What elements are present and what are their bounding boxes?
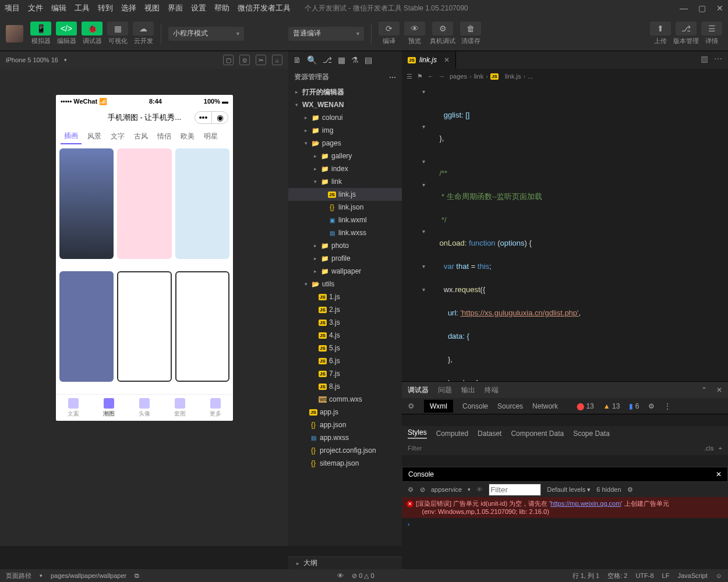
menu-wechat-devtools[interactable]: 微信开发者工具 <box>238 3 291 13</box>
tab-classic[interactable]: 古风 <box>130 129 151 144</box>
status-stats[interactable]: ⊘ 0 △ 0 <box>352 572 374 580</box>
compile-mode-dropdown[interactable]: 普通编译▾ <box>288 27 364 41</box>
tree-file-projectconfig[interactable]: {}project.config.json <box>288 444 402 457</box>
explorer-more-icon[interactable]: ⋯ <box>389 73 396 81</box>
wallpaper-thumb[interactable] <box>175 271 229 382</box>
compile-icon[interactable]: ⟳ <box>379 22 400 36</box>
page-path[interactable]: pages/wallpaper/wallpaper <box>51 572 126 579</box>
console-inspect-icon[interactable]: ⯐ <box>408 486 414 493</box>
remote-debug-icon[interactable]: ⚙ <box>432 22 453 36</box>
tree-file-1js[interactable]: JS1.js <box>288 290 402 303</box>
explorer-branch-icon[interactable]: ⎇ <box>323 55 332 65</box>
wallpaper-thumb[interactable] <box>175 148 229 259</box>
menu-file[interactable]: 文件 <box>28 3 43 13</box>
window-minimize-icon[interactable]: — <box>680 3 688 13</box>
computed-tab[interactable]: Computed <box>436 430 468 438</box>
menu-settings[interactable]: 设置 <box>191 3 206 13</box>
nav-avatar[interactable]: 头像 <box>139 398 150 418</box>
feedback-icon[interactable]: ☺ <box>716 572 722 579</box>
tree-folder-pages[interactable]: ▾📂pages <box>288 137 402 150</box>
tab-western[interactable]: 欧美 <box>177 129 198 144</box>
encoding[interactable]: UTF-8 <box>635 572 653 579</box>
console-gear-icon[interactable]: ⚙ <box>627 486 633 494</box>
clear-cache-icon[interactable]: 🗑 <box>460 22 481 36</box>
tree-file-appjson[interactable]: {}app.json <box>288 418 402 431</box>
console-close-icon[interactable]: ✕ <box>716 470 722 478</box>
panel-close-icon[interactable]: ✕ <box>716 386 722 394</box>
tree-file-8js[interactable]: JS8.js <box>288 380 402 393</box>
explorer-grid-icon[interactable]: ▦ <box>338 55 345 65</box>
copy-path-icon[interactable]: ⧉ <box>135 572 139 580</box>
editor-icon[interactable]: </> <box>56 22 77 36</box>
tab-illustration[interactable]: 插画 <box>61 129 82 144</box>
tree-file-6js[interactable]: JS6.js <box>288 354 402 367</box>
menu-tools[interactable]: 工具 <box>75 3 90 13</box>
tab-close-icon[interactable]: ✕ <box>444 56 450 64</box>
log-level-dropdown[interactable]: Default levels ▾ <box>547 486 591 494</box>
nav-more[interactable]: 更多 <box>210 398 221 418</box>
dbg-tab-debugger[interactable]: 调试器 <box>408 385 429 395</box>
tree-file-5js[interactable]: JS5.js <box>288 342 402 354</box>
add-style-icon[interactable]: + <box>719 445 722 452</box>
cloud-icon[interactable]: ☁ <box>133 22 154 36</box>
explorer-layers-icon[interactable]: ▤ <box>365 55 372 65</box>
devtools-wxml[interactable]: Wxml <box>424 400 453 413</box>
eye-icon[interactable]: 👁 <box>476 486 483 493</box>
visual-icon[interactable]: ▦ <box>107 22 128 36</box>
tab-scenery[interactable]: 风景 <box>84 129 105 144</box>
nav-gallery[interactable]: 套图 <box>174 398 186 418</box>
devtools-more-icon[interactable]: ⋮ <box>664 402 671 410</box>
tree-folder-link[interactable]: ▾📁link <box>288 175 402 188</box>
devtools-console[interactable]: Console <box>462 402 488 410</box>
upload-icon[interactable]: ⬆ <box>650 22 671 36</box>
tree-file-linkjson[interactable]: {}link.json <box>288 201 402 214</box>
home-icon[interactable]: ⌂ <box>272 55 282 65</box>
nav-back-icon[interactable]: ← <box>427 73 434 80</box>
tree-file-linkjs[interactable]: JSlink.js <box>288 188 402 201</box>
tree-folder-img[interactable]: ▸📁img <box>288 124 402 137</box>
eol[interactable]: LF <box>662 572 670 579</box>
styles-filter-input[interactable] <box>408 445 488 452</box>
nav-forward-icon[interactable]: → <box>439 73 445 80</box>
tree-project-root[interactable]: ▾WX_WENAN <box>288 98 402 111</box>
tree-file-appjs[interactable]: JSapp.js <box>288 406 402 418</box>
language-mode[interactable]: JavaScript <box>677 572 707 579</box>
tree-folder-colorui[interactable]: ▸📁colorui <box>288 111 402 124</box>
console-prompt[interactable]: › <box>402 518 728 531</box>
nav-text[interactable]: 文案 <box>68 398 79 418</box>
tree-file-7js[interactable]: JS7.js <box>288 367 402 380</box>
menu-project[interactable]: 项目 <box>5 3 20 13</box>
tree-folder-wallpaper[interactable]: ▸📁wallpaper <box>288 265 402 278</box>
devtools-sources[interactable]: Sources <box>497 402 523 410</box>
editor-more-icon[interactable]: ⋯ <box>714 54 722 63</box>
explorer-flask-icon[interactable]: ⚗ <box>351 55 359 65</box>
dbg-tab-problem[interactable]: 问题 <box>438 385 452 395</box>
menu-help[interactable]: 帮助 <box>214 3 229 13</box>
styles-tab[interactable]: Styles <box>408 428 427 439</box>
tree-folder-gallery[interactable]: ▸📁gallery <box>288 150 402 162</box>
wallpaper-thumb[interactable] <box>59 148 114 259</box>
menu-select[interactable]: 选择 <box>121 3 136 13</box>
tree-file-3js[interactable]: JS3.js <box>288 316 402 329</box>
console-filter-input[interactable] <box>489 484 541 496</box>
tab-linkjs[interactable]: JSlink.js✕ <box>402 51 456 69</box>
error-link[interactable]: https://mp.weixin.qq.com <box>550 500 621 507</box>
bookmark-icon[interactable]: ⚑ <box>417 73 423 80</box>
menu-interface[interactable]: 界面 <box>168 3 183 13</box>
menu-edit[interactable]: 编辑 <box>51 3 66 13</box>
cursor-position[interactable]: 行 1, 列 1 <box>572 572 599 580</box>
menu-goto[interactable]: 转到 <box>98 3 113 13</box>
wallpaper-thumb[interactable] <box>59 271 114 382</box>
capsule-menu-icon[interactable]: ••• <box>195 112 211 123</box>
menu-view[interactable]: 视图 <box>144 3 160 13</box>
console-clear-icon[interactable]: ⊘ <box>420 486 425 494</box>
rotate-icon[interactable]: ▢ <box>223 55 234 65</box>
tab-star[interactable]: 明星 <box>200 129 221 144</box>
tree-open-editors[interactable]: ▸打开的编辑器 <box>288 86 402 98</box>
avatar[interactable] <box>6 25 23 42</box>
breadcrumb[interactable]: pages› link› JS link.js› ... <box>450 73 533 80</box>
version-icon[interactable]: ⎇ <box>676 22 697 36</box>
tree-folder-profile[interactable]: ▸📁profile <box>288 252 402 265</box>
component-data-tab[interactable]: Component Data <box>511 430 564 438</box>
device-info[interactable]: iPhone 5 100% 16 <box>6 56 58 63</box>
